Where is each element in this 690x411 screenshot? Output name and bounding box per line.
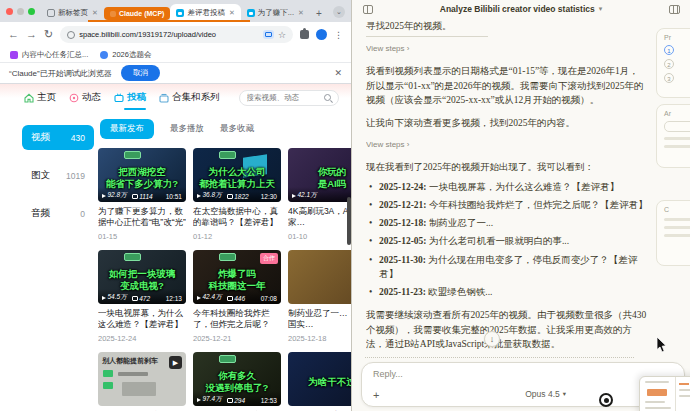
panel-line <box>664 234 690 237</box>
close-tab-icon[interactable]: ✕ <box>92 9 98 17</box>
chevron-down-icon: ▾ <box>563 390 566 398</box>
bookmark-item[interactable]: 2026选题会 <box>100 50 151 60</box>
site-info-icon[interactable] <box>67 31 75 39</box>
attach-plus-button[interactable]: + <box>373 389 379 401</box>
space-search[interactable] <box>239 90 339 106</box>
play-icon <box>197 194 201 198</box>
video-thumbnail[interactable]: 如何把一块玻璃 变成电视? 54.5万 472 12:13 <box>98 250 186 304</box>
record-target-button[interactable] <box>599 393 613 407</box>
view-steps-link[interactable]: View steps › <box>366 139 648 151</box>
video-date: 2025-12-21 <box>193 334 281 343</box>
nav-uploads[interactable]: 投稿 <box>114 91 146 104</box>
view-count: 97.4万 <box>203 395 222 404</box>
video-card[interactable]: 你玩的 是AI吗 42.1万 4K高刷玩3A，AI绘玩家… 01-10 <box>288 148 351 241</box>
layout-columns-icon[interactable] <box>669 5 680 14</box>
bookmark-star-icon[interactable]: ☆ <box>278 30 286 40</box>
profile-avatar[interactable] <box>316 29 327 40</box>
duration: 12:53 <box>261 397 277 404</box>
share-screen-icon[interactable] <box>263 30 274 39</box>
sidebar-item-article[interactable]: 图文 1019 <box>22 163 94 188</box>
browser-scrollbar-thumb[interactable] <box>347 197 351 245</box>
video-count: 430 <box>71 133 85 143</box>
space-search-input[interactable] <box>247 93 320 102</box>
article-count: 1019 <box>66 171 85 181</box>
close-window-button[interactable] <box>6 8 13 15</box>
tab-group-underline <box>88 20 250 22</box>
danmaku-icon <box>132 194 138 199</box>
extensions-icon[interactable] <box>300 30 309 39</box>
window-controls[interactable] <box>6 0 41 22</box>
video-date: 2025-12-24 <box>98 334 186 343</box>
browser-menu-icon[interactable]: ⋮ <box>334 30 343 40</box>
video-title[interactable]: 今年科技圈给我炸烂了，但炸完之后呢？【差评君】 <box>193 308 281 331</box>
panel-line <box>664 226 690 229</box>
close-tab-icon[interactable]: ✕ <box>229 9 235 17</box>
video-card[interactable]: 把西湖挖空 能省下多少算力? 92.8万 1114 10:51 为了赚下更多算力… <box>98 148 186 241</box>
scroll-to-bottom-button[interactable]: ↓ <box>484 331 500 347</box>
tab-group-claude-mcp[interactable]: Claude (MCP) <box>104 7 171 20</box>
video-card[interactable]: 别人都能提前刹车 ▶ 为什么老司机看一眼就明白的事，你的车却要开到跟前才急刹… … <box>98 352 186 411</box>
video-card[interactable]: 制药业忍了一…，被中国实… 2025-12-18 <box>288 250 351 343</box>
video-thumbnail[interactable]: 为什么大公司 都抢着让算力上天 36.8万 1822 12:30 <box>193 148 281 202</box>
video-thumbnail[interactable]: 把西湖挖空 能省下多少算力? 92.8万 1114 10:51 <box>98 148 186 202</box>
forward-icon[interactable]: → <box>26 29 37 40</box>
play-overlay-icon: ▶ <box>169 356 182 369</box>
search-icon[interactable] <box>324 94 331 101</box>
video-date: 01-12 <box>193 232 281 241</box>
video-thumbnail[interactable]: 你有多久 没遇到停电了? 97.4万 294 12:53 <box>193 352 281 406</box>
video-thumbnail[interactable]: 你玩的 是AI吗 42.1万 <box>288 148 351 202</box>
conversation-title[interactable]: Analyze Bilibili creator video statistic… <box>440 4 602 14</box>
url-input[interactable] <box>79 30 259 39</box>
video-card[interactable]: 如何把一块玻璃 变成电视? 54.5万 472 12:13 一块电视屏幕，为什么… <box>98 250 186 343</box>
step-badge: 2 <box>664 59 674 69</box>
video-title[interactable]: 为了赚下更多算力，数据中心正忙着“电”改“光”【差评君】 <box>98 206 186 229</box>
address-bar[interactable]: ☆ <box>60 26 293 43</box>
video-thumbnail[interactable]: 合作 炸爆了吗 科技圈这一年 42.4万 446 07:08 <box>193 250 281 304</box>
sidebar-item-audio[interactable]: 音频 0 <box>22 201 94 226</box>
video-card[interactable]: 你有多久 没遇到停电了? 97.4万 294 12:53 为什么现在用电变多了，… <box>193 352 281 411</box>
close-tab-icon[interactable]: ✕ <box>298 9 304 17</box>
preview-page-left <box>640 377 676 411</box>
video-title[interactable]: 制药业忍了一…，被中国实… <box>288 308 351 331</box>
faded-text-divider <box>365 357 634 358</box>
maximize-window-button[interactable] <box>28 8 35 15</box>
danmaku-icon <box>227 398 233 403</box>
video-title[interactable]: 在太空搞数据中心，真的靠谱吗？【差评君】 <box>193 206 281 229</box>
nav-collections[interactable]: 合集和系列 <box>159 91 220 104</box>
reply-composer[interactable]: + Opus 4.5 ▾ <box>361 362 685 407</box>
assistant-text: 我需要继续滚动查看所有2025年的视频。由于视频数量很多（共430个视频），我需… <box>366 308 648 351</box>
back-icon[interactable]: ← <box>8 29 19 40</box>
tab-group-label: Claude (MCP) <box>119 10 165 17</box>
tab-search-chevron-icon[interactable]: ⌄ <box>333 6 345 18</box>
bookmark-item[interactable]: 内容中心任务汇总... <box>10 50 88 60</box>
floating-preview-window[interactable] <box>639 376 690 411</box>
home-icon <box>24 93 34 103</box>
list-item: 2025-12-18: 制药业忍了一... <box>369 216 648 230</box>
reload-icon[interactable]: ↻ <box>44 29 53 40</box>
sort-tab-most-played[interactable]: 最多播放 <box>170 123 204 135</box>
new-tab-button[interactable]: + <box>316 8 322 19</box>
cancel-debug-button[interactable]: 取消 <box>121 65 160 81</box>
video-thumbnail[interactable]: 别人都能提前刹车 ▶ <box>98 352 186 406</box>
model-selector[interactable]: Opus 4.5 ▾ <box>525 389 566 399</box>
nav-dynamics[interactable]: 动态 <box>69 91 101 104</box>
sidebar-toggle-icon[interactable] <box>363 5 373 14</box>
close-notification-icon[interactable]: ✕ <box>334 68 342 78</box>
minimize-window-button[interactable] <box>17 8 24 15</box>
sort-tab-newest[interactable]: 最新发布 <box>100 119 154 139</box>
video-card[interactable]: 为啥干不过 欧盟绿色钢铁…，也没有了… 2025-11-23 <box>288 352 351 411</box>
video-thumbnail[interactable]: 为啥干不过 <box>288 352 351 406</box>
thumbnail-art-text: 为啥干不过 <box>288 352 351 406</box>
sidebar-item-video[interactable]: 视频 430 <box>22 125 94 150</box>
bilibili-space-page: 主页 动态 投稿 合集和系列 <box>0 84 351 411</box>
video-thumbnail[interactable] <box>288 250 351 304</box>
view-steps-link[interactable]: View steps › <box>366 43 648 55</box>
video-card[interactable]: 为什么大公司 都抢着让算力上天 36.8万 1822 12:30 在太空搞数据中… <box>193 148 281 241</box>
video-title[interactable]: 4K高刷玩3A，AI绘玩家… <box>288 206 351 229</box>
sort-tab-most-favorited[interactable]: 最多收藏 <box>220 123 254 135</box>
video-card[interactable]: 合作 炸爆了吗 科技圈这一年 42.4万 446 07:08 今年科技圈给我炸烂… <box>193 250 281 343</box>
reply-input[interactable] <box>373 369 553 379</box>
tab-video[interactable]: 为了赚下... ✕ <box>241 4 310 22</box>
nav-home[interactable]: 主页 <box>24 91 56 104</box>
video-title[interactable]: 一块电视屏幕，为什么这么难造？【差评君】 <box>98 308 186 331</box>
